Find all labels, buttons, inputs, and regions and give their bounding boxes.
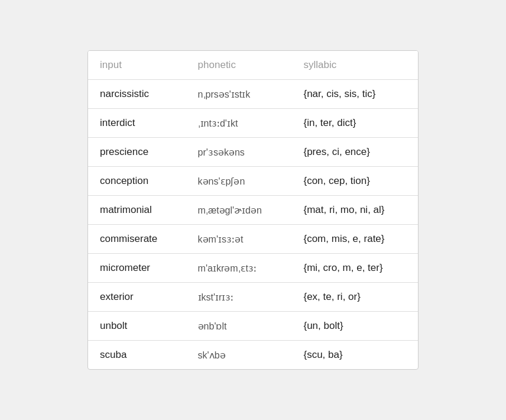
main-table-container: input phonetic syllabic narcissisticnˌpr… (87, 50, 419, 370)
cell-input: interdict (88, 109, 186, 138)
cell-phonetic: kəns'ɛpʃən (186, 167, 292, 196)
cell-phonetic: m'aɪkrəmˌɛtɜː (186, 254, 292, 283)
cell-phonetic: sk'ʌbə (186, 341, 292, 370)
cell-phonetic: nˌprsəs'ɪstɪk (186, 80, 292, 109)
cell-input: prescience (88, 138, 186, 167)
cell-syllabic: {pres, ci, ence} (291, 138, 418, 167)
cell-syllabic: {in, ter, dict} (291, 109, 418, 138)
cell-syllabic: {con, cep, tion} (291, 167, 418, 196)
table-row: narcissisticnˌprsəs'ɪstɪk{nar, cis, sis,… (88, 80, 418, 109)
cell-syllabic: {un, bolt} (291, 312, 418, 341)
header-syllabic: syllabic (291, 51, 418, 80)
header-input: input (88, 51, 186, 80)
cell-phonetic: pr'ɜsəkəns (186, 138, 292, 167)
cell-input: matrimonial (88, 196, 186, 225)
table-row: scubask'ʌbə{scu, ba} (88, 341, 418, 370)
cell-input: commiserate (88, 225, 186, 254)
cell-syllabic: {ex, te, ri, or} (291, 283, 418, 312)
cell-input: scuba (88, 341, 186, 370)
table-row: matrimonialmˌætəgl'ɚɪdən{mat, ri, mo, ni… (88, 196, 418, 225)
table-row: conceptionkəns'ɛpʃən{con, cep, tion} (88, 167, 418, 196)
cell-phonetic: ˌɪntɜːd'ɪkt (186, 109, 292, 138)
header-phonetic: phonetic (186, 51, 292, 80)
cell-syllabic: {mat, ri, mo, ni, al} (291, 196, 418, 225)
cell-syllabic: {com, mis, e, rate} (291, 225, 418, 254)
table-row: presciencepr'ɜsəkəns{pres, ci, ence} (88, 138, 418, 167)
phonetics-table: input phonetic syllabic narcissisticnˌpr… (88, 51, 418, 369)
cell-phonetic: mˌætəgl'ɚɪdən (186, 196, 292, 225)
table-row: exteriorɪkst'ɪrɪɜː{ex, te, ri, or} (88, 283, 418, 312)
cell-input: micrometer (88, 254, 186, 283)
cell-phonetic: ɪkst'ɪrɪɜː (186, 283, 292, 312)
cell-syllabic: {nar, cis, sis, tic} (291, 80, 418, 109)
cell-phonetic: ənb'ɒlt (186, 312, 292, 341)
table-row: interdictˌɪntɜːd'ɪkt{in, ter, dict} (88, 109, 418, 138)
table-row: unboltənb'ɒlt{un, bolt} (88, 312, 418, 341)
cell-syllabic: {mi, cro, m, e, ter} (291, 254, 418, 283)
cell-phonetic: kəm'ɪsɜːət (186, 225, 292, 254)
cell-syllabic: {scu, ba} (291, 341, 418, 370)
cell-input: exterior (88, 283, 186, 312)
table-row: commiseratekəm'ɪsɜːət{com, mis, e, rate} (88, 225, 418, 254)
cell-input: narcissistic (88, 80, 186, 109)
cell-input: unbolt (88, 312, 186, 341)
table-header-row: input phonetic syllabic (88, 51, 418, 80)
table-row: micrometerm'aɪkrəmˌɛtɜː{mi, cro, m, e, t… (88, 254, 418, 283)
cell-input: conception (88, 167, 186, 196)
